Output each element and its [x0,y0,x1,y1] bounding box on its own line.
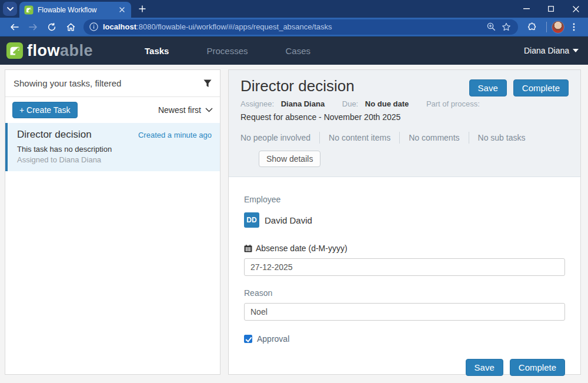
home-icon [66,23,75,31]
save-button-bottom[interactable]: Save [466,359,503,376]
tab-close-button[interactable] [117,5,126,15]
assignee-value[interactable]: Diana Diana [281,99,325,108]
user-name: Diana Diana [524,46,569,55]
maximize-icon [548,6,554,12]
task-detail-panel: Director decision Save Complete Assignee… [228,69,581,375]
close-window-button[interactable] [563,0,588,18]
home-button[interactable] [63,19,78,35]
sort-label: Newest first [158,105,201,115]
filter-icon[interactable] [203,79,212,88]
task-list-filter-text: Showing your tasks, filtered [14,78,121,88]
due-value[interactable]: No due date [365,99,409,108]
extensions-button[interactable] [524,19,540,35]
close-icon [573,6,579,12]
absence-date-label: Absense date (d-M-yyyy) [244,244,565,253]
flowable-favicon-icon [24,5,34,15]
nav-tab-processes[interactable]: Processes [206,36,248,65]
nav-tab-cases[interactable]: Cases [285,36,310,65]
zoom-button[interactable] [485,21,497,33]
flowable-logo[interactable]: flowable [6,42,93,59]
flowable-logo-icon [6,42,24,59]
absence-date-label-text: Absense date (d-M-yyyy) [256,244,348,253]
kebab-menu-icon [573,23,575,31]
nav-tab-tasks[interactable]: Tasks [145,36,169,65]
calendar-icon [244,245,252,252]
tab-search-button[interactable] [3,2,17,16]
new-tab-button[interactable] [135,1,150,16]
comments-counter[interactable]: No comments [400,132,469,144]
minimize-icon [523,8,530,9]
site-info-icon [89,22,98,31]
absence-date-input[interactable] [244,258,565,276]
back-button[interactable] [6,19,22,35]
part-of-process-label: Part of process: [426,99,480,108]
browser-tab[interactable]: Flowable Workflow [19,2,131,18]
star-icon [502,22,511,31]
task-item-assignee: Assigned to Diana Diana [17,155,212,164]
reload-icon [48,23,56,31]
create-task-button[interactable]: + Create Task [12,102,78,118]
reload-button[interactable] [44,19,59,35]
reason-input[interactable] [244,303,565,321]
reason-label: Reason [244,288,565,298]
close-icon [119,7,125,12]
plus-icon [139,5,146,12]
employee-label: Employee [244,195,565,204]
chevron-down-icon [7,7,14,11]
profile-avatar[interactable] [552,21,564,34]
flowable-logo-text: flowable [27,43,93,59]
browser-menu-button[interactable] [566,19,582,35]
app-nav: Tasks Processes Cases [145,36,348,65]
forward-arrow-icon [29,24,38,31]
task-item-created: Created a minute ago [138,131,212,139]
approval-label: Approval [257,334,289,344]
tab-title: Flowable Workflow [38,6,117,14]
address-bar[interactable]: localhost:8080/flowable-ui/workflow/#/ap… [83,19,518,35]
browser-toolbar: localhost:8080/flowable-ui/workflow/#/ap… [0,18,588,36]
due-label: Due: [342,99,358,108]
bookmark-button[interactable] [500,21,512,33]
complete-button-bottom[interactable]: Complete [510,359,565,376]
complete-button-top[interactable]: Complete [513,79,569,96]
task-item-title: Director decision [17,129,92,141]
maximize-button[interactable] [539,0,563,18]
minimize-button[interactable] [514,0,539,18]
approval-checkbox[interactable] [244,335,252,343]
puzzle-icon [527,22,537,32]
assignee-label: Assignee: [240,99,274,108]
content-counter[interactable]: No content items [320,132,400,144]
url-text: localhost:8080/flowable-ui/workflow/#/ap… [103,22,482,31]
back-arrow-icon [10,24,19,31]
show-details-button[interactable]: Show details [259,151,320,167]
sort-dropdown[interactable]: Newest first [158,105,213,115]
task-item-description: This task has no description [17,145,212,154]
process-name: Request for absence - November 20th 2025 [240,112,569,122]
app-header: flowable Tasks Processes Cases Diana Dia… [0,36,588,65]
people-counter[interactable]: No people involved [240,132,320,144]
employee-avatar: DD [244,212,259,228]
chevron-down-icon [205,108,213,112]
caret-down-icon [573,49,579,52]
main-content: Showing your tasks, filtered + Create Ta… [0,65,588,383]
magnifier-plus-icon [487,22,496,31]
subtasks-counter[interactable]: No sub tasks [469,132,534,144]
user-menu[interactable]: Diana Diana [524,46,579,55]
task-detail-header: Director decision Save Complete Assignee… [229,70,580,177]
browser-titlebar: Flowable Workflow [0,0,588,18]
task-form: Employee DD David David Absense date (d-… [229,177,580,376]
toolbar-divider [546,22,547,32]
forward-button[interactable] [25,19,41,35]
task-list-item[interactable]: Director decision Created a minute ago T… [5,123,220,171]
employee-name: David David [265,215,312,225]
save-button-top[interactable]: Save [469,79,507,96]
task-list-panel: Showing your tasks, filtered + Create Ta… [5,69,220,375]
